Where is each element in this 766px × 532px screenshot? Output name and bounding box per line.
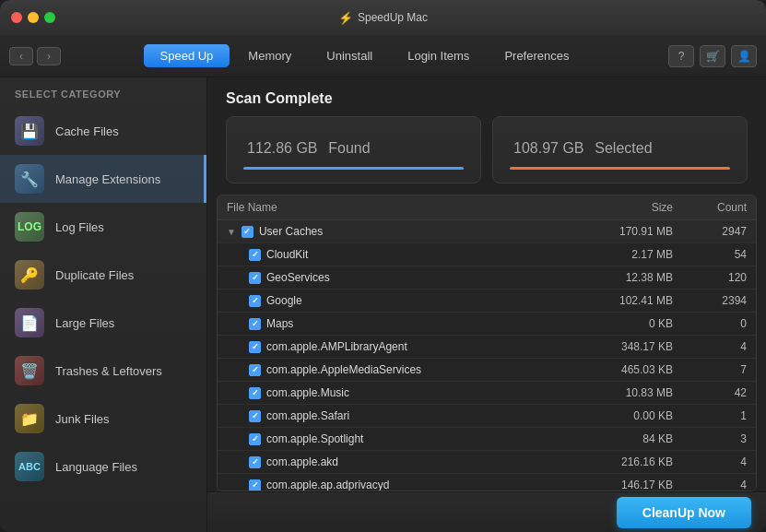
row-checkbox[interactable]: [249, 272, 261, 284]
nav-forward-button[interactable]: ›: [37, 47, 61, 65]
row-count-cell: 0: [673, 317, 747, 330]
table-row[interactable]: com.apple.AppleMediaServices465.03 KB7: [218, 359, 756, 382]
row-filename: com.apple.Safari: [266, 409, 349, 422]
sidebar-item-cache-files[interactable]: 💾 Cache Files: [0, 107, 206, 155]
found-underline: [243, 167, 464, 170]
found-size: 112.86 GB Found: [243, 130, 464, 160]
row-count-cell: 7: [673, 363, 747, 376]
language-icon: ABC: [15, 452, 44, 481]
close-button[interactable]: [11, 12, 22, 23]
minimize-button[interactable]: [28, 12, 39, 23]
row-count-cell: 3: [673, 432, 747, 445]
row-count-cell: 54: [673, 248, 747, 261]
row-filename: Maps: [266, 317, 293, 330]
row-filename: com.apple.Spotlight: [266, 432, 363, 445]
app-icon: ⚡: [338, 11, 353, 25]
selected-underline: [510, 167, 730, 170]
table-row[interactable]: GeoServices12.38 MB120: [218, 266, 756, 290]
row-checkbox[interactable]: [249, 456, 261, 468]
row-size-cell: 465.03 KB: [562, 363, 673, 376]
row-filename: GeoServices: [266, 271, 330, 284]
row-count-cell: 4: [673, 340, 747, 353]
found-stat-card: 112.86 GB Found: [226, 116, 481, 183]
sidebar-item-large-files[interactable]: 📄 Large Files: [0, 299, 206, 347]
table-row[interactable]: com.apple.ap.adprivacyd146.17 KB4: [218, 474, 756, 491]
row-checkbox[interactable]: [249, 479, 261, 491]
row-count-cell: 1: [673, 409, 747, 422]
sidebar-label-log: Log Files: [55, 220, 104, 234]
content-area: Scan Complete 112.86 GB Found 108.97 GB …: [207, 77, 766, 532]
row-checkbox[interactable]: [249, 295, 261, 307]
cache-icon: 💾: [15, 116, 44, 146]
row-checkbox[interactable]: [249, 249, 261, 261]
tab-preferences[interactable]: Preferences: [488, 44, 585, 67]
footer: CleanUp Now: [207, 491, 766, 532]
nav-back-button[interactable]: ‹: [9, 47, 33, 65]
row-size-cell: 84 KB: [562, 432, 673, 445]
table-row[interactable]: com.apple.Music10.83 MB42: [218, 382, 756, 405]
table-row[interactable]: ▼User Caches170.91 MB2947: [218, 220, 756, 243]
sidebar-item-duplicate-files[interactable]: 🔑 Duplicate Files: [0, 251, 206, 299]
row-name-cell: com.apple.Spotlight: [227, 432, 562, 445]
row-size-cell: 2.17 MB: [562, 248, 673, 261]
row-checkbox[interactable]: [249, 387, 261, 399]
row-name-cell: com.apple.ap.adprivacyd: [227, 479, 562, 491]
row-checkbox[interactable]: [242, 226, 253, 238]
row-size-cell: 348.17 KB: [562, 340, 673, 353]
col-filename: File Name: [227, 201, 562, 214]
row-count-cell: 42: [673, 386, 747, 399]
main-layout: Select Category 💾 Cache Files 🔧 Manage E…: [0, 77, 766, 532]
table-row[interactable]: com.apple.akd216.16 KB4: [218, 451, 756, 474]
sidebar-item-manage-extensions[interactable]: 🔧 Manage Extensions: [0, 155, 206, 203]
titlebar: ⚡ SpeedUp Mac: [0, 0, 766, 35]
row-checkbox[interactable]: [249, 341, 261, 353]
row-size-cell: 0.00 KB: [562, 409, 673, 422]
selected-stat-card: 108.97 GB Selected: [492, 116, 748, 183]
table-row[interactable]: com.apple.Safari0.00 KB1: [218, 405, 756, 428]
row-filename: CloudKit: [266, 248, 308, 261]
extensions-icon: 🔧: [15, 164, 44, 194]
row-checkbox[interactable]: [249, 433, 261, 445]
sidebar: Select Category 💾 Cache Files 🔧 Manage E…: [0, 77, 207, 532]
table-row[interactable]: CloudKit2.17 MB54: [218, 243, 756, 266]
row-filename: com.apple.ap.adprivacyd: [266, 479, 389, 491]
sidebar-label-cache: Cache Files: [55, 124, 119, 138]
help-button[interactable]: ?: [668, 45, 694, 67]
table-row[interactable]: Google102.41 MB2394: [218, 290, 756, 313]
junk-icon: 📁: [15, 404, 44, 433]
row-size-cell: 102.41 MB: [562, 294, 673, 307]
tab-speed-up[interactable]: Speed Up: [144, 44, 230, 67]
cleanup-now-button[interactable]: CleanUp Now: [617, 497, 751, 528]
row-name-cell: GeoServices: [227, 271, 562, 284]
cart-button[interactable]: 🛒: [700, 45, 725, 67]
sidebar-item-trashes[interactable]: 🗑️ Trashes & Leftovers: [0, 347, 206, 395]
row-count-cell: 120: [673, 271, 747, 284]
tab-login-items[interactable]: Login Items: [391, 44, 486, 67]
table-row[interactable]: com.apple.AMPLibraryAgent348.17 KB4: [218, 336, 756, 359]
sidebar-item-log-files[interactable]: LOG Log Files: [0, 203, 206, 251]
row-checkbox[interactable]: [249, 410, 261, 422]
chevron-down-icon[interactable]: ▼: [227, 227, 236, 237]
row-count-cell: 4: [673, 479, 747, 491]
sidebar-item-language-files[interactable]: ABC Language Files: [0, 443, 206, 491]
row-checkbox[interactable]: [249, 318, 261, 330]
row-size-cell: 170.91 MB: [562, 225, 673, 238]
user-button[interactable]: 👤: [731, 45, 757, 67]
row-filename: com.apple.AMPLibraryAgent: [266, 340, 407, 353]
table-body: ▼User Caches170.91 MB2947CloudKit2.17 MB…: [218, 220, 756, 491]
row-count-cell: 4: [673, 455, 747, 468]
sidebar-item-junk-files[interactable]: 📁 Junk Files: [0, 395, 206, 443]
table-row[interactable]: Maps0 KB0: [218, 313, 756, 336]
tab-memory[interactable]: Memory: [231, 44, 308, 67]
row-checkbox[interactable]: [249, 364, 261, 376]
row-name-cell: com.apple.akd: [227, 455, 562, 468]
row-size-cell: 146.17 KB: [562, 479, 673, 491]
maximize-button[interactable]: [44, 12, 55, 23]
row-name-cell: com.apple.AMPLibraryAgent: [227, 340, 562, 353]
row-name-cell: Google: [227, 294, 562, 307]
table-row[interactable]: com.apple.Spotlight84 KB3: [218, 428, 756, 451]
sidebar-label-junk: Junk Files: [55, 412, 110, 426]
toolbar-right: ? 🛒 👤: [668, 45, 757, 67]
tab-uninstall[interactable]: Uninstall: [310, 44, 389, 67]
row-count-cell: 2947: [673, 225, 747, 238]
